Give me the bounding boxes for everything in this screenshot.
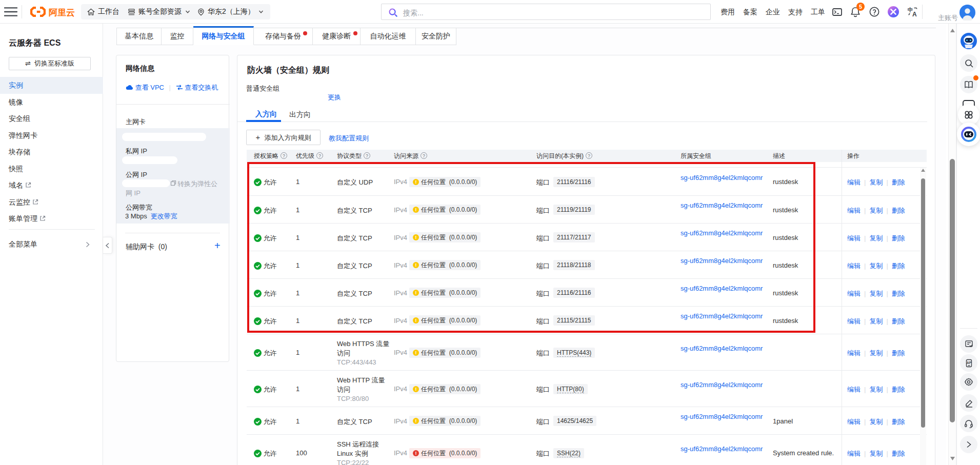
svg-text:AP: AP — [966, 360, 971, 364]
svg-text:A: A — [912, 11, 917, 17]
